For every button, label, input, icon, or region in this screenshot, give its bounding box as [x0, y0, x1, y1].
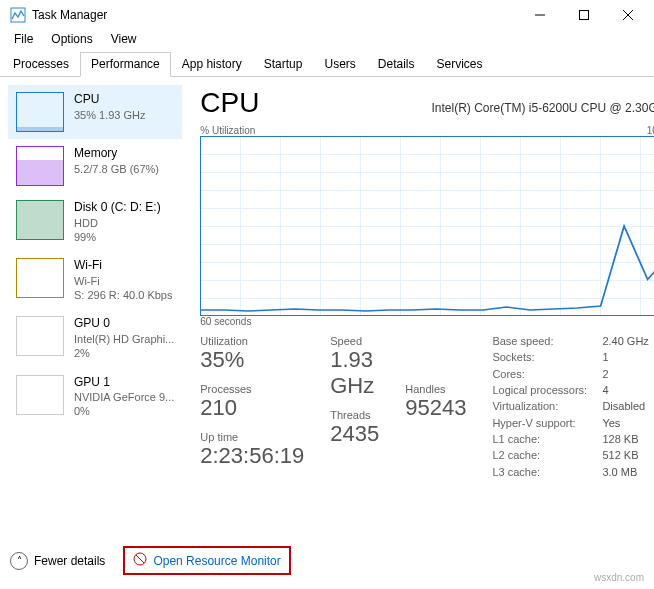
sidebar: CPU35% 1.93 GHz Memory5.2/7.8 GB (67%) D… [0, 77, 182, 537]
utilization-value: 35% [200, 347, 304, 373]
svg-line-6 [136, 555, 144, 563]
handles-value: 95243 [405, 395, 466, 421]
processes-value: 210 [200, 395, 304, 421]
memory-thumb [16, 146, 64, 186]
sidebar-item-title: CPU [74, 92, 146, 108]
chevron-up-icon: ˄ [10, 552, 28, 570]
threads-value: 2435 [330, 421, 379, 447]
stats: Utilization 35% Processes 210 Up time 2:… [200, 335, 654, 479]
svg-rect-2 [580, 11, 589, 20]
menu-options[interactable]: Options [43, 30, 100, 50]
main-panel: CPU Intel(R) Core(TM) i5-6200U CPU @ 2.3… [182, 77, 654, 537]
open-resource-monitor-link[interactable]: Open Resource Monitor [123, 546, 290, 575]
tab-performance[interactable]: Performance [80, 52, 171, 77]
tab-processes[interactable]: Processes [2, 52, 80, 76]
app-icon [10, 7, 26, 23]
cpu-thumb [16, 92, 64, 132]
chart-bottom-left: 60 seconds [200, 316, 251, 327]
close-button[interactable] [606, 0, 650, 30]
details-kv: Base speed:2.40 GHz Sockets:1 Cores:2 Lo… [492, 335, 654, 479]
window-title: Task Manager [32, 8, 107, 22]
menu-view[interactable]: View [103, 30, 145, 50]
resource-monitor-icon [133, 552, 147, 569]
fewer-details-button[interactable]: ˄ Fewer details [10, 552, 105, 570]
cpu-model: Intel(R) Core(TM) i5-6200U CPU @ 2.30GHz [279, 101, 654, 115]
sidebar-item-cpu[interactable]: CPU35% 1.93 GHz [8, 85, 182, 139]
main-heading: CPU [200, 87, 259, 119]
chart-top-right: 100% [647, 125, 654, 136]
tab-app-history[interactable]: App history [171, 52, 253, 76]
tab-startup[interactable]: Startup [253, 52, 314, 76]
sidebar-item-memory[interactable]: Memory5.2/7.8 GB (67%) [8, 139, 182, 193]
titlebar: Task Manager [0, 0, 654, 30]
disk-thumb [16, 200, 64, 240]
footer: ˄ Fewer details Open Resource Monitor [0, 540, 654, 581]
tabs: Processes Performance App history Startu… [0, 52, 654, 77]
sidebar-item-disk[interactable]: Disk 0 (C: D: E:)HDD99% [8, 193, 182, 251]
sidebar-item-gpu0[interactable]: GPU 0Intel(R) HD Graphi...2% [8, 309, 182, 367]
sidebar-item-gpu1[interactable]: GPU 1NVIDIA GeForce 9...0% [8, 368, 182, 426]
maximize-button[interactable] [562, 0, 606, 30]
tab-services[interactable]: Services [426, 52, 494, 76]
menubar: File Options View [0, 30, 654, 50]
content: CPU35% 1.93 GHz Memory5.2/7.8 GB (67%) D… [0, 77, 654, 537]
cpu-chart [200, 136, 654, 316]
minimize-button[interactable] [518, 0, 562, 30]
uptime-value: 2:23:56:19 [200, 443, 304, 469]
gpu0-thumb [16, 316, 64, 356]
chart-top-left: % Utilization [200, 125, 255, 136]
tab-details[interactable]: Details [367, 52, 426, 76]
tab-users[interactable]: Users [313, 52, 366, 76]
speed-value: 1.93 GHz [330, 347, 379, 399]
sidebar-item-wifi[interactable]: Wi-FiWi-FiS: 296 R: 40.0 Kbps [8, 251, 182, 309]
gpu1-thumb [16, 375, 64, 415]
menu-file[interactable]: File [6, 30, 41, 50]
watermark: wsxdn.com [594, 572, 644, 583]
wifi-thumb [16, 258, 64, 298]
